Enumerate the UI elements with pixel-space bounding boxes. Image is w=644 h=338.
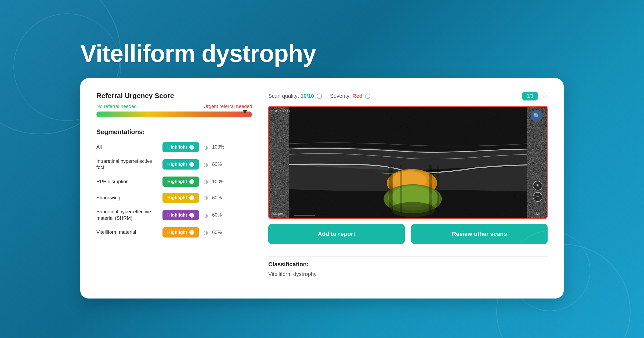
gradient-bar bbox=[96, 112, 252, 117]
scan-header: Scan quality: 10/10 i Severity: Red i 1/… bbox=[268, 92, 548, 100]
seg-percent-rpe: 100% bbox=[212, 179, 225, 185]
highlight-btn-vitelliform-label: Highlight bbox=[167, 230, 187, 235]
action-buttons: Add to report Review other scans bbox=[268, 224, 548, 244]
seg-row-ihf: Intraretinal hyperreflective foci Highli… bbox=[96, 158, 252, 171]
scan-label-top-left: SRC #D / LL bbox=[271, 109, 291, 113]
scan-nav: 1/1 ☆ bbox=[522, 92, 548, 100]
check-icon-shadowing: ✓ bbox=[189, 195, 194, 200]
seg-percent-shrm: 60% bbox=[212, 212, 222, 218]
referral-labels: No referral needed Urgent referral neede… bbox=[96, 104, 252, 109]
scan-image-wrapper: 🔍 + − SRC #D / LL ML: 2 200 μm bbox=[268, 106, 548, 219]
highlight-btn-shrm[interactable]: Highlight ✓ bbox=[162, 210, 199, 220]
check-icon-ihf: ✓ bbox=[189, 162, 194, 167]
star-icon[interactable]: ☆ bbox=[541, 92, 548, 100]
scan-label-bottom-left: 200 μm bbox=[271, 212, 283, 216]
check-icon-rpe: ✓ bbox=[189, 179, 194, 184]
svg-rect-11 bbox=[429, 165, 432, 212]
gradient-bar-indicator bbox=[243, 110, 247, 114]
seg-percent-ihf: 80% bbox=[212, 161, 222, 167]
zoom-in-btn[interactable]: + bbox=[533, 181, 542, 190]
page-title: Vitelliform dystrophy bbox=[80, 40, 316, 67]
svg-rect-13 bbox=[294, 215, 315, 215]
contrast-icon-all: ◑ bbox=[203, 144, 208, 150]
seg-row-all: All Highlight ✓ ◑ 100% bbox=[96, 142, 252, 152]
seg-row-shadowing: Shadowing Highlight ✓ ◑ 60% bbox=[96, 193, 252, 203]
severity-info-icon[interactable]: i bbox=[365, 94, 370, 99]
contrast-icon-shadowing: ◑ bbox=[203, 195, 208, 201]
scan-quality-label: Scan quality: bbox=[268, 93, 299, 99]
segmentations-title: Segmentations: bbox=[96, 128, 252, 136]
left-panel: Referral Urgency Score No referral neede… bbox=[96, 92, 252, 285]
scan-image-inner: 🔍 + − SRC #D / LL ML: 2 200 μm bbox=[269, 107, 547, 218]
contrast-icon-shrm: ◑ bbox=[203, 212, 208, 218]
segmentations-section: Segmentations: All Highlight ✓ ◑ 100% In… bbox=[96, 128, 252, 238]
referral-label-urgent: Urgent referral needed bbox=[204, 104, 252, 109]
svg-point-8 bbox=[390, 202, 435, 217]
scan-search-icon[interactable]: 🔍 bbox=[531, 110, 542, 122]
severity: Severity: Red i bbox=[330, 93, 371, 99]
check-icon-vitelliform: ✓ bbox=[189, 230, 194, 235]
referral-section: Referral Urgency Score No referral neede… bbox=[96, 92, 252, 117]
seg-percent-vitelliform: 60% bbox=[212, 230, 222, 235]
highlight-btn-ihf-label: Highlight bbox=[167, 162, 187, 167]
highlight-btn-shadowing[interactable]: Highlight ✓ bbox=[162, 193, 199, 203]
main-card: Referral Urgency Score No referral neede… bbox=[80, 78, 564, 299]
add-to-report-button[interactable]: Add to report bbox=[268, 224, 405, 244]
seg-label-rpe: RPE disruption bbox=[96, 179, 158, 185]
seg-percent-shadowing: 60% bbox=[212, 195, 222, 201]
referral-label-no-referral: No referral needed bbox=[96, 104, 137, 109]
right-panel: Scan quality: 10/10 i Severity: Red i 1/… bbox=[268, 92, 548, 285]
highlight-btn-rpe-label: Highlight bbox=[167, 179, 187, 184]
review-other-scans-button[interactable]: Review other scans bbox=[411, 224, 548, 244]
highlight-btn-shadowing-label: Highlight bbox=[167, 195, 187, 200]
page-wrapper: Vitelliform dystrophy Referral Urgency S… bbox=[80, 40, 564, 299]
check-icon-all: ✓ bbox=[189, 145, 194, 150]
seg-percent-all: 100% bbox=[212, 144, 225, 150]
scan-quality: Scan quality: 10/10 i bbox=[268, 93, 322, 99]
contrast-icon-ihf: ◑ bbox=[203, 161, 208, 168]
severity-label: Severity: bbox=[330, 93, 351, 99]
highlight-btn-ihf[interactable]: Highlight ✓ bbox=[162, 159, 199, 170]
classification-divider bbox=[268, 256, 548, 257]
classification-section: Classification: Vitelliform dystrophy bbox=[268, 249, 548, 277]
seg-label-all: All bbox=[96, 144, 158, 150]
gradient-bar-wrapper bbox=[96, 112, 252, 117]
highlight-btn-vitelliform[interactable]: Highlight ✓ bbox=[162, 227, 199, 238]
oct-scan-svg bbox=[269, 107, 547, 218]
contrast-icon-rpe: ◑ bbox=[203, 178, 208, 185]
scan-counter: 1/1 bbox=[522, 92, 538, 100]
seg-label-shrm: Subretinal hyperreflective material (SHR… bbox=[96, 209, 158, 221]
seg-label-ihf: Intraretinal hyperreflective foci bbox=[96, 158, 158, 171]
seg-row-vitelliform: Vitelliform material Highlight ✓ ◑ 60% bbox=[96, 227, 252, 238]
contrast-icon-vitelliform: ◑ bbox=[203, 229, 208, 236]
zoom-out-btn[interactable]: − bbox=[533, 192, 542, 202]
seg-label-vitelliform: Vitelliform material bbox=[96, 229, 158, 235]
classification-title: Classification: bbox=[268, 261, 548, 268]
scan-label-bottom-right: ML: 2 bbox=[536, 212, 545, 216]
referral-title: Referral Urgency Score bbox=[96, 92, 252, 100]
seg-label-shadowing: Shadowing bbox=[96, 195, 158, 201]
svg-rect-9 bbox=[389, 165, 393, 212]
highlight-btn-all[interactable]: Highlight ✓ bbox=[162, 142, 199, 152]
highlight-btn-rpe[interactable]: Highlight ✓ bbox=[162, 177, 199, 187]
svg-rect-10 bbox=[400, 165, 402, 212]
highlight-btn-shrm-label: Highlight bbox=[167, 213, 187, 218]
scan-quality-info-icon[interactable]: i bbox=[317, 94, 322, 99]
classification-value: Vitelliform dystrophy bbox=[268, 271, 548, 277]
check-icon-shrm: ✓ bbox=[189, 213, 194, 218]
svg-rect-12 bbox=[437, 165, 439, 212]
scan-zoom-controls: + − bbox=[533, 181, 542, 202]
seg-row-shrm: Subretinal hyperreflective material (SHR… bbox=[96, 209, 252, 221]
highlight-btn-all-label: Highlight bbox=[167, 145, 187, 150]
scan-quality-value: 10/10 bbox=[301, 93, 314, 99]
seg-row-rpe: RPE disruption Highlight ✓ ◑ 100% bbox=[96, 177, 252, 187]
severity-value: Red bbox=[352, 93, 363, 99]
